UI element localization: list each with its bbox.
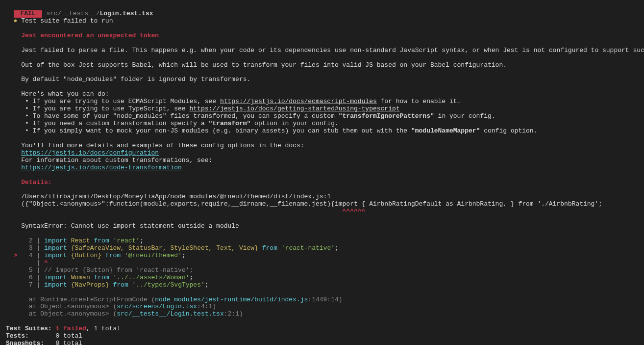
bullet-module-mapper: • If you simply want to mock your non-JS…: [0, 128, 644, 135]
more-details-text: You'll find more details and examples of…: [0, 142, 644, 150]
node-modules-text: By default "node_modules" folder is igno…: [0, 76, 644, 83]
fail-badge: FAIL: [14, 10, 43, 18]
babel-text: Out of the box Jest supports Babel, whic…: [0, 62, 644, 69]
file-path: src/__tests__/: [46, 10, 99, 17]
stack-line-2: at Object.<anonymous> (src/screens/Login…: [0, 303, 644, 311]
code-line-6: 6 | import Woman from '../../assets/Woma…: [0, 274, 644, 282]
code-line-3: 3 | import {SafeAreaView, StatusBar, Sty…: [0, 245, 644, 252]
bullet-ts: • If you are trying to use TypeScript, s…: [0, 106, 644, 113]
suite-failed-line: ● Test suite failed to run: [0, 18, 644, 25]
bullet-transform: • If you need a custom transformation sp…: [0, 120, 644, 128]
file-name: Login.test.tsx: [99, 10, 153, 17]
custom-trans-text: For information about custom transformat…: [0, 157, 644, 164]
code-trans-link[interactable]: https://jestjs.io/docs/code-transformati…: [21, 164, 182, 171]
config-link[interactable]: https://jestjs.io/docs/configuration: [21, 149, 159, 157]
stack-line-3: at Object.<anonymous> (src/__tests__/Log…: [0, 311, 644, 318]
summary-suites: Test Suites: 1 failed, 1 total: [0, 325, 644, 333]
parse-fail-text: Jest failed to parse a file. This happen…: [0, 47, 644, 54]
syntax-error: SyntaxError: Cannot use import statement…: [0, 223, 644, 230]
code-line-2: 2 | import React from 'react';: [0, 238, 644, 245]
suite-failed-text: Test suite failed to run: [21, 17, 113, 25]
bullet-transform-ignore: • To have some of your "node_modules" fi…: [0, 113, 644, 120]
stack-line-1: at Runtime.createScriptFromCode (node_mo…: [0, 296, 644, 304]
code-line-4: > 4 | import {Button} from '@rneui/theme…: [0, 252, 644, 260]
caret-line: ^^^^^^: [0, 208, 644, 215]
bullet-esm: • If you are trying to use ECMAScript Mo…: [0, 98, 644, 106]
code-line-7: 7 | import {NavProps} from '../types/Svg…: [0, 282, 644, 289]
unexpected-token-heading: Jest encountered an unexpected token: [0, 32, 644, 40]
what-you-can-do: Here's what you can do:: [0, 91, 644, 98]
code-line-5: 5 | // import {Button} from 'react-nativ…: [0, 267, 644, 274]
summary-tests: Tests: 0 total: [0, 333, 644, 340]
fail-header-line: FAIL src/__tests__/Login.test.tsx: [0, 3, 644, 18]
config-link-line: https://jestjs.io/docs/configuration: [0, 150, 644, 157]
error-path: /Users/ilirbajrami/Desktop/MoneyliaApp/n…: [0, 193, 644, 201]
esm-link[interactable]: https://jestjs.io/docs/ecmascript-module…: [220, 98, 377, 105]
bullet-icon: ●: [14, 17, 18, 25]
code-trans-link-line: https://jestjs.io/docs/code-transformati…: [0, 164, 644, 172]
details-heading: Details:: [0, 179, 644, 186]
error-code: ({"Object.<anonymous>":function(module,e…: [0, 201, 644, 208]
summary-snapshots: Snapshots: 0 total: [0, 340, 644, 345]
code-caret-line: | ^: [0, 260, 644, 267]
ts-link[interactable]: https://jestjs.io/docs/getting-started#u…: [189, 105, 399, 112]
